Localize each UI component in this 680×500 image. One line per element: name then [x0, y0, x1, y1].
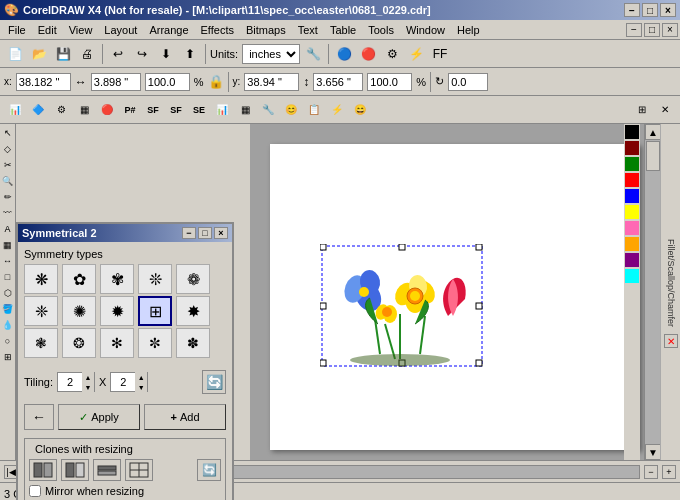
angle-input[interactable] [448, 73, 488, 91]
right-panel-label[interactable]: Fillet/Scallop/Chamfer [663, 236, 679, 330]
eff11-btn[interactable]: 🔧 [257, 99, 279, 121]
connector-tool[interactable]: ⊞ [1, 350, 15, 364]
color-yellow[interactable] [625, 205, 639, 219]
clone-icon-2[interactable] [61, 459, 89, 481]
outline-tool[interactable]: ○ [1, 334, 15, 348]
y-input[interactable] [244, 73, 299, 91]
color-green[interactable] [625, 157, 639, 171]
h-input[interactable] [313, 73, 363, 91]
eff14-btn[interactable]: ⚡ [326, 99, 348, 121]
menu-effects[interactable]: Effects [195, 20, 240, 39]
horizontal-scrollbar[interactable] [172, 465, 640, 479]
shadow-tool[interactable]: □ [1, 270, 15, 284]
title-controls[interactable]: − □ × [624, 3, 676, 17]
eff12-btn[interactable]: 😊 [280, 99, 302, 121]
eff10-btn[interactable]: ▦ [234, 99, 256, 121]
fill-tool[interactable]: 🪣 [1, 302, 15, 316]
scroll-up-button[interactable]: ▲ [645, 124, 661, 140]
close-panel-btn[interactable]: ✕ [654, 99, 676, 121]
menu-text[interactable]: Text [292, 20, 324, 39]
eff13-btn[interactable]: 📋 [303, 99, 325, 121]
color-purple[interactable] [625, 253, 639, 267]
sym-type-12[interactable]: ❂ [62, 328, 96, 358]
tool1[interactable]: 🔵 [333, 43, 355, 65]
scroll-thumb[interactable] [646, 141, 660, 171]
panel-close[interactable]: × [214, 227, 228, 239]
add-button[interactable]: + Add [144, 404, 226, 430]
minimize-button[interactable]: − [624, 3, 640, 17]
sym-type-14[interactable]: ✼ [138, 328, 172, 358]
tiling-y-up[interactable]: ▲ [135, 372, 147, 382]
eff4-btn[interactable]: 🔴 [96, 99, 118, 121]
eff7-btn[interactable]: SF [165, 99, 187, 121]
menu-file[interactable]: File [2, 20, 32, 39]
eff9-btn[interactable]: 📊 [211, 99, 233, 121]
eff6-btn[interactable]: SF [142, 99, 164, 121]
panel-minimize[interactable]: − [182, 227, 196, 239]
sym-type-5[interactable]: ❁ [176, 264, 210, 294]
eff3-btn[interactable]: ▦ [73, 99, 95, 121]
select-tool[interactable]: ↖ [1, 126, 15, 140]
sym-type-1[interactable]: ❋ [24, 264, 58, 294]
redo-button[interactable]: ↪ [131, 43, 153, 65]
zoom-out-button[interactable]: − [644, 465, 658, 479]
y-pct-input[interactable] [367, 73, 412, 91]
menu-tools[interactable]: Tools [362, 20, 400, 39]
zoom-tool[interactable]: 🔍 [1, 174, 15, 188]
menu-window[interactable]: Window [400, 20, 451, 39]
color-orange[interactable] [625, 237, 639, 251]
tool3[interactable]: ⚙ [381, 43, 403, 65]
crop-tool[interactable]: ✂ [1, 158, 15, 172]
clone-icon-3[interactable] [93, 459, 121, 481]
panel-maximize[interactable]: □ [198, 227, 212, 239]
dim-tool[interactable]: ↔ [1, 254, 15, 268]
tiling-y-down[interactable]: ▼ [135, 382, 147, 392]
menu-view[interactable]: View [63, 20, 99, 39]
color-black[interactable] [625, 125, 639, 139]
export-button[interactable]: ⬆ [179, 43, 201, 65]
x-pct-input[interactable] [145, 73, 190, 91]
print-button[interactable]: 🖨 [76, 43, 98, 65]
sym-type-7[interactable]: ✺ [62, 296, 96, 326]
text-tool[interactable]: A [1, 222, 15, 236]
sym-type-3[interactable]: ✾ [100, 264, 134, 294]
sym-type-11[interactable]: ❃ [24, 328, 58, 358]
maximize-button[interactable]: □ [642, 3, 658, 17]
import-button[interactable]: ⬇ [155, 43, 177, 65]
freehand-tool[interactable]: ✏ [1, 190, 15, 204]
tiling-x-input[interactable] [58, 376, 82, 388]
tiling-x-down[interactable]: ▼ [82, 382, 94, 392]
color-red[interactable] [625, 173, 639, 187]
color-blue[interactable] [625, 189, 639, 203]
smart-draw-tool[interactable]: 〰 [1, 206, 15, 220]
menu-arrange[interactable]: Arrange [143, 20, 194, 39]
doc-maximize[interactable]: □ [644, 23, 660, 37]
sym-type-6[interactable]: ❈ [24, 296, 58, 326]
sym-type-13[interactable]: ✻ [100, 328, 134, 358]
open-button[interactable]: 📂 [28, 43, 50, 65]
color-pink[interactable] [625, 221, 639, 235]
tiling-y-spinbox[interactable]: ▲ ▼ [110, 372, 148, 392]
scroll-down-button[interactable]: ▼ [645, 444, 661, 460]
tiling-x-spinbox[interactable]: ▲ ▼ [57, 372, 95, 392]
clone-icon-4[interactable] [125, 459, 153, 481]
zoom-in-button[interactable]: + [662, 465, 676, 479]
sym-type-15[interactable]: ✽ [176, 328, 210, 358]
tool2[interactable]: 🔴 [357, 43, 379, 65]
sym-type-8[interactable]: ✹ [100, 296, 134, 326]
eff1-btn[interactable]: 🔷 [27, 99, 49, 121]
new-button[interactable]: 📄 [4, 43, 26, 65]
tiling-y-input[interactable] [111, 376, 135, 388]
apply-button[interactable]: ✓ Apply [58, 404, 140, 430]
eff15-btn[interactable]: 😄 [349, 99, 371, 121]
clone-icon-1[interactable] [29, 459, 57, 481]
tiling-y-arrows[interactable]: ▲ ▼ [135, 372, 147, 392]
snap-button[interactable]: 🔧 [302, 43, 324, 65]
w-input[interactable] [91, 73, 141, 91]
sym-type-10[interactable]: ✸ [176, 296, 210, 326]
eff5-btn[interactable]: P# [119, 99, 141, 121]
doc-close[interactable]: × [662, 23, 678, 37]
close-panel-button[interactable]: ✕ [664, 334, 678, 348]
doc-minimize[interactable]: − [626, 23, 642, 37]
tiling-x-arrows[interactable]: ▲ ▼ [82, 372, 94, 392]
